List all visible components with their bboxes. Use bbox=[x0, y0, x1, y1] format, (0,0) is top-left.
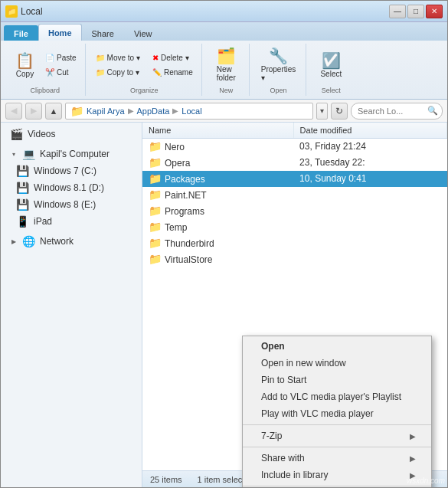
ctx-item-open-new-window[interactable]: Open in new window bbox=[243, 355, 431, 372]
select-label: Select bbox=[320, 70, 342, 78]
sidebar-item-videos-label: Videos bbox=[28, 129, 55, 139]
sidebar-item-network-label: Network bbox=[40, 236, 74, 247]
delete-icon: ✖ bbox=[152, 54, 159, 62]
ctx-open-new-window-label: Open in new window bbox=[261, 358, 346, 368]
properties-icon: 🔧 bbox=[269, 48, 288, 64]
rename-label: Rename bbox=[164, 68, 193, 77]
move-to-icon: 📁 bbox=[96, 54, 105, 62]
ctx-sep-2 bbox=[243, 447, 431, 447]
path-dropdown[interactable]: ▾ bbox=[316, 103, 328, 120]
folder-icon: 📁 bbox=[149, 205, 162, 217]
main-content: 🎬 Videos ▾ 💻 Kapil's Computer 💾 Windows … bbox=[1, 123, 447, 487]
title-controls: — □ ✕ bbox=[389, 5, 443, 18]
context-menu: Open Open in new window Pin to Start Add… bbox=[242, 336, 432, 487]
ctx-item-open[interactable]: Open bbox=[243, 338, 431, 355]
new-buttons: 🗂️ Newfolder bbox=[211, 45, 241, 85]
close-button[interactable]: ✕ bbox=[426, 5, 443, 18]
organize-buttons: 📁 Move to ▾ 📁 Copy to ▾ ✖ Delete ▾ bbox=[92, 45, 197, 85]
ctx-item-share-with[interactable]: Share with ▶ bbox=[243, 450, 431, 467]
ribbon: File Home Share View 📋 Copy 📄 Paste bbox=[1, 22, 447, 100]
rename-icon: ✏️ bbox=[152, 68, 162, 77]
copy-button[interactable]: 📋 Copy bbox=[10, 50, 40, 81]
folder-icon: 📁 bbox=[149, 188, 162, 201]
search-box-wrapper: 🔍 bbox=[351, 103, 443, 120]
open-group-label: Open bbox=[270, 87, 287, 94]
move-to-button[interactable]: 📁 Move to ▾ bbox=[92, 51, 144, 64]
col-name[interactable]: Name bbox=[142, 123, 293, 139]
ctx-item-add-vlc-playlist[interactable]: Add to VLC media player's Playlist bbox=[243, 388, 431, 405]
computer-expand-icon: ▾ bbox=[10, 150, 18, 158]
network-icon: 🌐 bbox=[22, 235, 35, 247]
sidebar-item-win7[interactable]: 💾 Windows 7 (C:) bbox=[1, 162, 142, 179]
paste-button[interactable]: 📄 Paste bbox=[41, 51, 80, 64]
title-bar-left: 📁 Local bbox=[5, 5, 43, 18]
paste-icon: 📄 bbox=[45, 54, 54, 62]
window-icon: 📁 bbox=[5, 5, 18, 18]
path-item-kapil[interactable]: Kapil Arya bbox=[87, 106, 125, 116]
sidebar-item-win81[interactable]: 💾 Windows 8.1 (D:) bbox=[1, 179, 142, 196]
folder-icon: 📁 bbox=[149, 253, 162, 265]
path-item-local[interactable]: Local bbox=[181, 106, 201, 116]
ctx-play-vlc-label: Play with VLC media player bbox=[261, 408, 374, 419]
rename-button[interactable]: ✏️ Rename bbox=[149, 66, 197, 79]
sidebar-item-ipad[interactable]: 📱 iPad bbox=[1, 213, 142, 230]
clipboard-buttons: 📋 Copy 📄 Paste ✂️ Cut bbox=[10, 45, 80, 85]
sidebar-item-win8-label: Windows 8 (E:) bbox=[34, 199, 96, 210]
path-item-appdata[interactable]: AppData bbox=[137, 106, 170, 116]
new-folder-icon: 🗂️ bbox=[217, 48, 236, 64]
properties-button[interactable]: 🔧 Properties▾ bbox=[256, 45, 302, 85]
tab-home[interactable]: Home bbox=[38, 24, 82, 41]
up-button[interactable]: ▲ bbox=[45, 103, 62, 120]
tab-file[interactable]: File bbox=[4, 25, 38, 41]
folder-icon: 📁 bbox=[149, 140, 162, 152]
maximize-button[interactable]: □ bbox=[407, 5, 424, 18]
copy-to-icon: 📁 bbox=[96, 68, 105, 77]
properties-label: Properties▾ bbox=[261, 65, 296, 82]
ctx-sep-1 bbox=[243, 424, 431, 425]
ribbon-group-select: ☑️ Select Select bbox=[308, 44, 354, 96]
tab-view[interactable]: View bbox=[124, 25, 162, 41]
table-row[interactable]: 📁Temp bbox=[142, 219, 447, 235]
folder-icon: 📁 bbox=[149, 156, 162, 169]
copy-icon: 📋 bbox=[15, 53, 34, 68]
copy-to-button[interactable]: 📁 Copy to ▾ bbox=[92, 66, 144, 79]
new-folder-button[interactable]: 🗂️ Newfolder bbox=[211, 45, 241, 85]
ribbon-tabs: File Home Share View bbox=[1, 22, 447, 41]
table-row[interactable]: 📁Programs bbox=[142, 203, 447, 219]
sidebar-item-computer[interactable]: ▾ 💻 Kapil's Computer bbox=[1, 146, 142, 162]
path-sep-1: ▶ bbox=[128, 106, 134, 115]
table-row[interactable]: 📁Paint.NET bbox=[142, 187, 447, 203]
address-bar: ◀ ▶ ▲ 📁 Kapil Arya ▶ AppData ▶ Local ▾ ↻… bbox=[1, 100, 447, 123]
table-row[interactable]: 📁VirtualStore bbox=[142, 251, 447, 267]
win81-icon: 💾 bbox=[16, 182, 29, 194]
ctx-item-7zip[interactable]: 7-Zip ▶ bbox=[243, 427, 431, 444]
refresh-button[interactable]: ↻ bbox=[331, 103, 348, 120]
select-group-label: Select bbox=[322, 87, 341, 94]
table-row[interactable]: 📁Thunderbird bbox=[142, 235, 447, 251]
ctx-item-include-library[interactable]: Include in library ▶ bbox=[243, 467, 431, 483]
ctx-item-play-vlc[interactable]: Play with VLC media player bbox=[243, 405, 431, 422]
ctx-share-with-label: Share with bbox=[261, 453, 305, 463]
col-date[interactable]: Date modified bbox=[293, 123, 446, 139]
ctx-item-pin-to-start[interactable]: Pin to Start bbox=[243, 372, 431, 388]
copy-to-label: Copy to ▾ bbox=[107, 68, 139, 77]
ctx-share-arrow: ▶ bbox=[410, 454, 416, 463]
tab-share[interactable]: Share bbox=[82, 25, 124, 41]
sidebar-item-videos[interactable]: 🎬 Videos bbox=[1, 126, 142, 142]
sidebar-item-win8[interactable]: 💾 Windows 8 (E:) bbox=[1, 196, 142, 213]
sidebar-item-win81-label: Windows 8.1 (D:) bbox=[34, 182, 104, 193]
minimize-button[interactable]: — bbox=[389, 5, 406, 18]
table-row[interactable]: 📁Opera 23, Tuesday 22: bbox=[142, 155, 447, 171]
back-button[interactable]: ◀ bbox=[5, 103, 22, 120]
table-row[interactable]: 📁Nero 03, Friday 21:24 bbox=[142, 139, 447, 155]
cut-button[interactable]: ✂️ Cut bbox=[41, 66, 80, 79]
select-button[interactable]: ☑️ Select bbox=[315, 50, 347, 81]
ribbon-group-clipboard: 📋 Copy 📄 Paste ✂️ Cut Clipbo bbox=[5, 44, 86, 96]
forward-button[interactable]: ▶ bbox=[25, 103, 42, 120]
cut-icon: ✂️ bbox=[45, 68, 54, 77]
main-window: 📁 Local — □ ✕ File Home Share View 📋 Cop… bbox=[0, 0, 448, 488]
sidebar-item-network[interactable]: ▶ 🌐 Network bbox=[1, 233, 142, 250]
sidebar-item-win7-label: Windows 7 (C:) bbox=[34, 165, 96, 176]
delete-button[interactable]: ✖ Delete ▾ bbox=[149, 51, 197, 64]
table-row-selected[interactable]: 📁Packages 10, Sunday 0:41 bbox=[142, 171, 447, 187]
